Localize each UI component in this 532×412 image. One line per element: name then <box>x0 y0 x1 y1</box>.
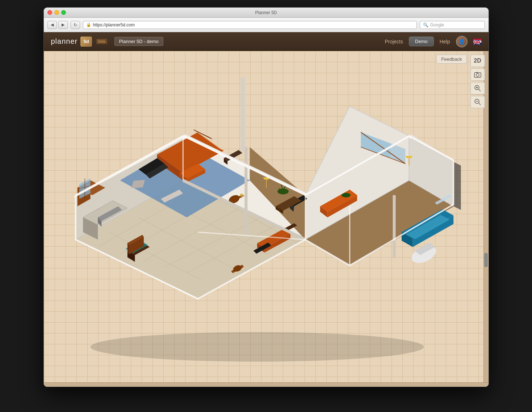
svg-point-1 <box>476 74 479 77</box>
app-header: planner 5d beta Planner 5D - demo Projec… <box>44 32 489 51</box>
nav-buttons: ◀ ▶ <box>47 21 68 29</box>
screenshot-button[interactable] <box>470 68 485 81</box>
lock-icon: 🔒 <box>86 22 91 27</box>
url-text: https://planner5d.com <box>93 22 135 27</box>
title-bar: Planner 5D <box>44 8 489 18</box>
svg-point-10 <box>90 332 424 362</box>
beta-badge: beta <box>96 39 107 44</box>
forward-button[interactable]: ▶ <box>58 21 68 29</box>
zoom-out-button[interactable] <box>470 96 485 108</box>
svg-line-8 <box>479 103 481 105</box>
back-button[interactable]: ◀ <box>47 21 57 29</box>
minimize-button[interactable] <box>54 10 59 15</box>
nav-right: Projects Demo Help 👤 🇬🇧 <box>385 36 481 47</box>
svg-rect-34 <box>240 76 244 152</box>
svg-point-78 <box>342 193 351 197</box>
language-flag[interactable]: 🇬🇧 <box>473 39 481 44</box>
projects-link[interactable]: Projects <box>385 39 403 44</box>
zoom-in-button[interactable] <box>470 82 485 94</box>
user-avatar[interactable]: 👤 <box>456 36 468 47</box>
maximize-button[interactable] <box>61 10 66 15</box>
logo-5d: 5d <box>80 37 92 47</box>
scrollbar-horizontal[interactable] <box>44 382 489 387</box>
mac-window: Planner 5D ◀ ▶ ↻ 🔒 https://planner5d.com… <box>43 7 489 387</box>
zoom-out-icon <box>474 98 481 106</box>
demo-button[interactable]: Demo <box>409 37 434 46</box>
reload-button[interactable]: ↻ <box>71 21 80 29</box>
zoom-in-icon <box>474 85 481 92</box>
scrollbar-thumb-vertical[interactable] <box>484 253 488 267</box>
close-button[interactable] <box>47 10 52 15</box>
camera-icon <box>474 71 481 78</box>
logo-area: planner 5d beta <box>51 37 107 47</box>
address-bar[interactable]: 🔒 https://planner5d.com <box>83 21 417 29</box>
search-icon: 🔍 <box>423 22 428 27</box>
svg-marker-100 <box>453 162 461 210</box>
browser-chrome: ◀ ▶ ↻ 🔒 https://planner5d.com 🔍 Google <box>44 18 489 32</box>
right-toolbar: 2D <box>470 55 485 108</box>
search-placeholder: Google <box>430 22 444 27</box>
search-bar[interactable]: 🔍 Google <box>420 21 485 29</box>
logo-text: planner <box>51 37 78 46</box>
svg-rect-2 <box>476 72 478 73</box>
floor-plan[interactable] <box>51 58 463 380</box>
view-2d-button[interactable]: 2D <box>470 55 485 67</box>
canvas-area[interactable]: Feedback 2D <box>44 51 489 387</box>
svg-line-4 <box>479 89 481 91</box>
window-title: Planner 5D <box>255 10 277 15</box>
window-buttons <box>47 10 66 15</box>
help-link[interactable]: Help <box>440 39 450 44</box>
project-name[interactable]: Planner 5D - demo <box>114 37 163 46</box>
svg-point-64 <box>240 194 243 196</box>
feedback-button[interactable]: Feedback <box>436 55 466 64</box>
